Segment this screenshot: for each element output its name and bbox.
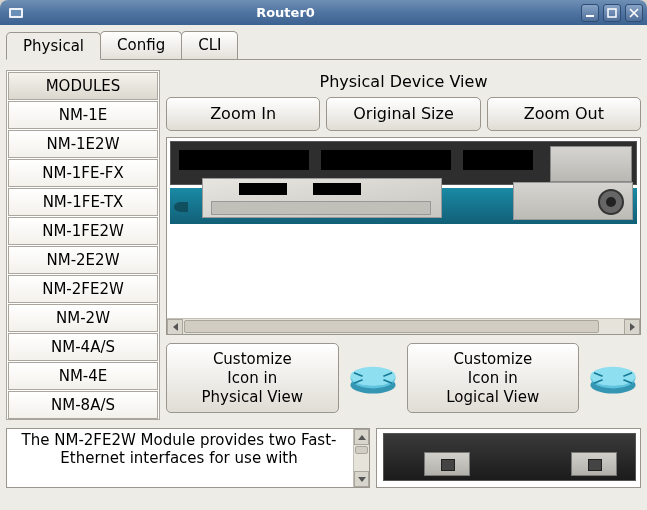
- scrollbar-track[interactable]: [354, 445, 369, 471]
- module-item[interactable]: NM-4A/S: [8, 333, 158, 361]
- customize-row: Customize Icon in Physical View Customiz…: [166, 343, 641, 413]
- module-item[interactable]: NM-8A/S: [8, 391, 158, 419]
- module-item[interactable]: NM-2FE2W: [8, 275, 158, 303]
- scrollbar-thumb[interactable]: [355, 446, 368, 454]
- scrollbar-thumb[interactable]: [184, 320, 599, 333]
- original-size-button[interactable]: Original Size: [326, 97, 480, 131]
- scrollbar-track[interactable]: [183, 319, 624, 334]
- close-button[interactable]: [625, 4, 643, 22]
- zoom-out-button[interactable]: Zoom Out: [487, 97, 641, 131]
- tab-config[interactable]: Config: [100, 31, 182, 59]
- vertical-scrollbar[interactable]: [353, 429, 369, 487]
- scroll-right-button[interactable]: [624, 319, 640, 335]
- device-image: [167, 138, 640, 320]
- module-preview[interactable]: [376, 428, 641, 488]
- button-label: Logical View: [446, 388, 539, 406]
- button-label: Customize: [453, 350, 532, 368]
- button-label: Customize: [213, 350, 292, 368]
- router-icon: [585, 355, 641, 401]
- tab-physical[interactable]: Physical: [6, 32, 101, 60]
- tab-label: CLI: [198, 36, 221, 54]
- scroll-up-button[interactable]: [354, 429, 369, 445]
- module-item[interactable]: NM-1E2W: [8, 130, 158, 158]
- maximize-button[interactable]: [603, 4, 621, 22]
- zoom-in-button[interactable]: Zoom In: [166, 97, 320, 131]
- module-item[interactable]: NM-1FE-FX: [8, 159, 158, 187]
- router-chassis-body: [170, 188, 637, 224]
- module-item[interactable]: NM-1E: [8, 101, 158, 129]
- module-item[interactable]: NM-4E: [8, 362, 158, 390]
- svg-point-9: [350, 367, 395, 386]
- device-view-area[interactable]: [166, 137, 641, 335]
- device-view-title: Physical Device View: [166, 70, 641, 97]
- modules-panel: MODULES NM-1E NM-1E2W NM-1FE-FX NM-1FE-T…: [6, 70, 160, 420]
- window-controls: [581, 4, 643, 22]
- svg-point-16: [590, 367, 635, 386]
- device-panel: Physical Device View Zoom In Original Si…: [166, 70, 641, 420]
- router-icon: [345, 355, 401, 401]
- horizontal-scrollbar[interactable]: [167, 318, 640, 334]
- customize-physical-button[interactable]: Customize Icon in Physical View: [166, 343, 339, 413]
- tab-label: Config: [117, 36, 165, 54]
- module-card-image: [383, 433, 636, 481]
- module-item[interactable]: NM-2W: [8, 304, 158, 332]
- module-item[interactable]: NM-1FE-TX: [8, 188, 158, 216]
- module-list-header: MODULES: [8, 72, 158, 100]
- tab-label: Physical: [23, 37, 84, 55]
- svg-rect-3: [586, 15, 594, 17]
- window-titlebar: Router0: [0, 0, 647, 25]
- description-text: The NM-2FE2W Module provides two Fast-Et…: [22, 431, 337, 467]
- button-label: Icon in: [227, 369, 277, 387]
- tab-cli[interactable]: CLI: [181, 31, 238, 59]
- minimize-button[interactable]: [581, 4, 599, 22]
- button-label: Physical View: [202, 388, 303, 406]
- module-item[interactable]: NM-1FE2W: [8, 217, 158, 245]
- main-panel: MODULES NM-1E NM-1E2W NM-1FE-FX NM-1FE-T…: [6, 60, 641, 420]
- psu-icon: [513, 182, 633, 220]
- zoom-controls: Zoom In Original Size Zoom Out: [166, 97, 641, 131]
- svg-rect-4: [608, 9, 616, 17]
- button-label: Icon in: [468, 369, 518, 387]
- customize-logical-button[interactable]: Customize Icon in Logical View: [407, 343, 580, 413]
- tab-bar: Physical Config CLI: [6, 31, 641, 60]
- module-item[interactable]: NM-2E2W: [8, 246, 158, 274]
- scroll-left-button[interactable]: [167, 319, 183, 335]
- window-body: Physical Config CLI MODULES NM-1E NM-1E2…: [0, 25, 647, 510]
- bottom-row: The NM-2FE2W Module provides two Fast-Et…: [6, 428, 641, 488]
- module-description[interactable]: The NM-2FE2W Module provides two Fast-Et…: [6, 428, 370, 488]
- module-list[interactable]: MODULES NM-1E NM-1E2W NM-1FE-FX NM-1FE-T…: [6, 70, 160, 420]
- scroll-down-button[interactable]: [354, 471, 369, 487]
- window-title: Router0: [10, 5, 561, 20]
